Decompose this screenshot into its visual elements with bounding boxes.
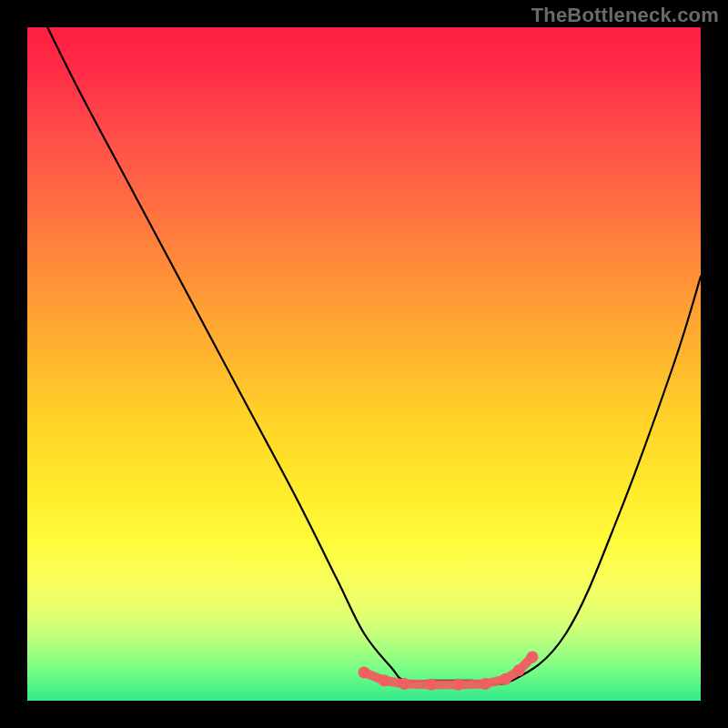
chart-svg	[27, 27, 701, 701]
marker-dot	[527, 651, 539, 662]
chart-frame: TheBottleneck.com	[0, 0, 728, 728]
watermark-label: TheBottleneck.com	[531, 4, 719, 27]
bottleneck-curve	[47, 27, 701, 684]
plot-area	[27, 27, 701, 701]
optimal-band-markers	[359, 651, 539, 690]
